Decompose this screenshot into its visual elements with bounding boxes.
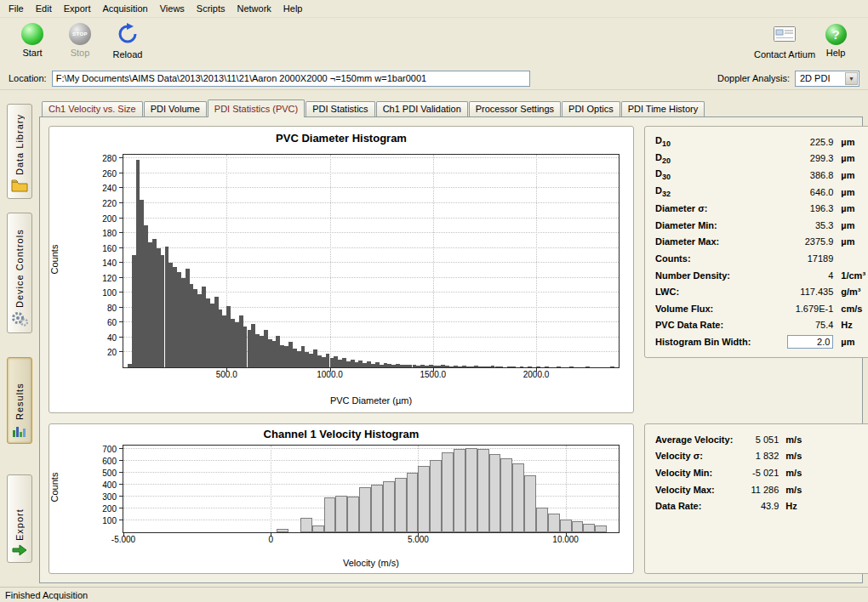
tab-pdi-optics[interactable]: PDI Optics — [562, 101, 620, 116]
tab-pdi-volume[interactable]: PDI Volume — [144, 101, 207, 116]
velocity-statistics-panel: Average Velocity:5 051m/sVelocity σ:1 83… — [644, 423, 868, 574]
sidebar-item-results[interactable]: Results — [7, 357, 32, 444]
gears-icon — [11, 311, 28, 328]
tab-processor-settings[interactable]: Processor Settings — [469, 101, 561, 116]
help-button[interactable]: ? Help — [812, 20, 859, 60]
sidebar-item-export[interactable]: Export — [7, 474, 32, 563]
stat-row: D30386.8µm — [655, 167, 868, 184]
axis-tick-label: 700 — [102, 445, 117, 454]
histogram-bar — [454, 449, 465, 532]
reload-icon — [117, 23, 139, 47]
pvc-diameter-histogram-chart: PVC Diameter Histogram Counts 2040608010… — [49, 126, 634, 413]
reload-label: Reload — [113, 49, 143, 60]
tick-mark — [119, 448, 123, 449]
axis-tick-label: 280 — [102, 154, 117, 163]
stat-value: 299.3 — [774, 153, 833, 163]
sidebar-item-data-library[interactable]: Data Library — [7, 104, 32, 199]
axis-tick-label: -5.000 — [111, 535, 135, 544]
menu-file[interactable]: File — [3, 1, 30, 16]
stat-unit: Hz — [833, 320, 868, 330]
stat-unit: µm — [833, 203, 868, 213]
tab-pdi-statistics-pvc-[interactable]: PDI Statistics (PVC) — [208, 99, 305, 117]
tick-mark — [119, 496, 123, 497]
stat-value: 225.9 — [774, 137, 833, 147]
stat-value: 646.0 — [774, 187, 833, 197]
tick-mark — [119, 262, 123, 263]
stop-button[interactable]: STOP Stop — [56, 20, 104, 58]
histogram-bar — [583, 524, 595, 532]
tab-pdi-statistics[interactable]: PDI Statistics — [306, 101, 374, 116]
histogram-bar — [442, 452, 454, 532]
stat-row: D32646.0µm — [655, 184, 868, 201]
tab-ch1-pdi-validation[interactable]: Ch1 PDI Validation — [376, 101, 468, 116]
histogram-bar — [324, 497, 336, 532]
gridline — [123, 157, 619, 158]
histogram-bar — [536, 508, 548, 532]
stat-row: Histogram Bin Width:µm — [655, 333, 868, 350]
stat-unit: cm/s — [833, 304, 868, 314]
gridline — [123, 173, 619, 173]
histogram-bar — [511, 366, 516, 367]
tick-mark — [119, 157, 123, 158]
menu-views[interactable]: Views — [154, 1, 191, 16]
tick-mark — [119, 247, 123, 248]
stat-label: Velocity Max: — [655, 485, 715, 495]
reload-button[interactable]: Reload — [104, 20, 151, 60]
results-icon — [12, 423, 27, 439]
tab-ch1-velocity-vs-size[interactable]: Ch1 Velocity vs. Size — [42, 101, 143, 116]
menu-network[interactable]: Network — [231, 1, 277, 16]
main-area: Data LibraryDevice ControlsResultsExport… — [0, 90, 868, 587]
doppler-analysis-value: 2D PDI — [800, 73, 830, 83]
axis-tick-label: 20 — [107, 348, 117, 357]
doppler-analysis-dropdown[interactable]: 2D PDI ▼ — [795, 71, 859, 87]
library-icon — [11, 179, 28, 194]
histogram-bar — [528, 366, 532, 367]
velocity-histogram-chart: Channel 1 Velocity Histogram Counts 1002… — [49, 423, 634, 574]
stat-value: 117.435 — [774, 287, 833, 297]
menu-help[interactable]: Help — [277, 1, 309, 16]
stat-label: Average Velocity: — [655, 434, 733, 445]
gridline — [123, 232, 619, 233]
sidebar-item-device-controls[interactable]: Device Controls — [7, 213, 32, 333]
stat-unit: Hz — [779, 501, 868, 511]
stat-value: 2375.9 — [774, 236, 833, 247]
stat-value: 17189 — [774, 253, 833, 264]
stat-unit: µm — [833, 137, 868, 147]
stat-value: 75.4 — [774, 320, 833, 330]
histogram-bar — [359, 487, 371, 532]
stat-unit: m/s — [779, 434, 868, 445]
sidebar-item-label: Device Controls — [14, 219, 25, 308]
start-button[interactable]: Start — [9, 20, 56, 58]
tick-mark — [119, 173, 123, 173]
stat-value: -5 021 — [733, 468, 779, 478]
chart-title: Channel 1 Velocity Histogram — [49, 424, 633, 440]
menu-edit[interactable]: Edit — [30, 1, 58, 16]
menu-acquisition[interactable]: Acquisition — [97, 1, 154, 16]
tab-pdi-time-history[interactable]: PDI Time History — [621, 101, 705, 116]
histogram-bin-width-input[interactable] — [787, 335, 833, 349]
histogram-bar — [499, 366, 503, 367]
histogram-bar — [371, 485, 383, 532]
stat-unit: µm — [833, 153, 868, 163]
stat-row: Average Velocity:5 051m/s — [655, 431, 868, 448]
location-input[interactable] — [52, 71, 530, 87]
histogram-bar — [312, 525, 324, 532]
axis-tick-label: 600 — [102, 457, 117, 466]
axis-tick-label: 0 — [268, 535, 273, 544]
stat-unit: 1/cm³ — [833, 270, 868, 281]
menu-export[interactable]: Export — [58, 1, 97, 16]
histogram-bar — [489, 454, 501, 532]
stat-row: Diameter Min:35.3µm — [655, 217, 868, 234]
stat-label: Velocity Min: — [655, 468, 712, 478]
stat-row: Volume Flux:1.679E-1cm/s — [655, 300, 868, 317]
contact-artium-button[interactable]: Contact Artium — [761, 20, 808, 60]
gridline — [123, 218, 619, 219]
tick-mark — [119, 520, 123, 520]
location-bar: Location: Doppler Analysis: 2D PDI ▼ — [0, 67, 868, 90]
axis-tick-label: 2000.0 — [523, 370, 550, 379]
menu-scripts[interactable]: Scripts — [191, 1, 231, 16]
stat-row: Diameter Max:2375.9µm — [655, 234, 868, 251]
stat-label: Data Rate: — [655, 501, 701, 511]
status-bar: Finished Acquisition — [0, 587, 868, 602]
help-label: Help — [826, 48, 846, 58]
